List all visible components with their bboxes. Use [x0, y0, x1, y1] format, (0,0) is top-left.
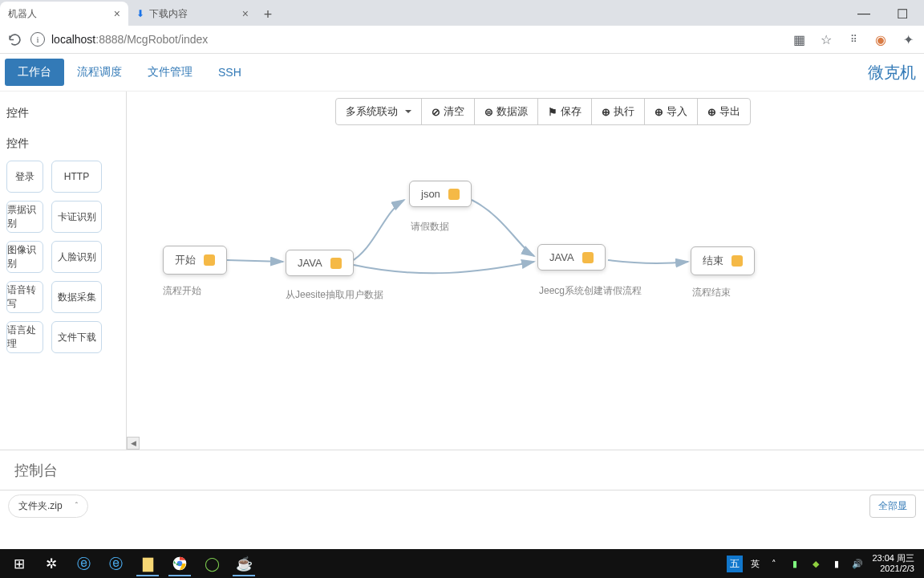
- browser-tab-active[interactable]: 机器人 ×: [0, 2, 128, 26]
- collapse-sidebar-button[interactable]: ◀: [127, 437, 140, 450]
- clock-date: 2021/2/3: [872, 564, 914, 574]
- tray-volume-icon[interactable]: 🔊: [851, 557, 864, 570]
- nav-workbench[interactable]: 工作台: [5, 59, 64, 86]
- browser-tab-strip: 机器人 × ⬇ 下载内容 × + — ☐: [0, 0, 924, 26]
- task-java[interactable]: ☕: [228, 551, 260, 576]
- console-panel: 控制台: [0, 450, 924, 490]
- node-port[interactable]: [732, 255, 743, 267]
- node-text: JAVA: [549, 251, 574, 263]
- task-edge[interactable]: ⓔ: [99, 551, 132, 576]
- tray-battery-icon[interactable]: ▮: [788, 557, 801, 570]
- site-info-icon[interactable]: i: [30, 32, 45, 47]
- node-end-label: 流程结束: [692, 286, 731, 299]
- multi-system-dropdown[interactable]: 多系统联动: [336, 99, 421, 124]
- palette-ticket-ocr[interactable]: 票据识别: [6, 201, 43, 233]
- nav-schedule[interactable]: 流程调度: [64, 59, 135, 86]
- node-end[interactable]: 结束: [691, 246, 755, 275]
- brand-text: 微克机: [868, 62, 916, 83]
- new-tab-button[interactable]: +: [257, 3, 279, 26]
- tray-network-icon[interactable]: ▮: [830, 557, 843, 570]
- node-text: json: [421, 188, 440, 200]
- import-button[interactable]: ⊕导入: [644, 99, 697, 124]
- task-app-2[interactable]: ◯: [196, 551, 228, 576]
- palette-face-rec[interactable]: 人脸识别: [51, 241, 102, 273]
- node-text: 开始: [175, 253, 196, 267]
- palette-nlp[interactable]: 语言处理: [6, 321, 43, 353]
- palette-login[interactable]: 登录: [6, 161, 43, 193]
- node-java2[interactable]: JAVA: [537, 244, 606, 271]
- datasource-icon: ⊜: [484, 106, 493, 118]
- download-item[interactable]: 文件夹.zip ˆ: [8, 495, 88, 518]
- taskbar-clock[interactable]: 23:04 周三 2021/2/3: [872, 553, 914, 574]
- workspace: 控件 控件 登录 HTTP 票据识别 卡证识别 图像识别 人脸识别 语音转写 数…: [0, 92, 924, 450]
- canvas-toolbar: 多系统联动 ⊘清空 ⊜数据源 ⚑保存 ⊕执行 ⊕导入 ⊕导出: [335, 98, 751, 125]
- bookmark-icon[interactable]: ☆: [818, 31, 834, 47]
- palette-download[interactable]: 文件下载: [51, 321, 102, 353]
- node-port[interactable]: [330, 258, 342, 269]
- clock-time: 23:04 周三: [872, 553, 914, 564]
- node-port[interactable]: [204, 254, 215, 266]
- start-button[interactable]: ⊞: [3, 551, 35, 576]
- nav-ssh[interactable]: SSH: [205, 59, 254, 85]
- download-shelf: 文件夹.zip ˆ 全部显: [0, 490, 924, 522]
- ime-indicator-2[interactable]: 英: [751, 558, 760, 570]
- console-title: 控制台: [14, 461, 58, 480]
- reload-button[interactable]: [5, 30, 24, 49]
- task-ie[interactable]: ⓔ: [67, 551, 99, 576]
- export-button[interactable]: ⊕导出: [697, 99, 750, 124]
- node-json-label: 请假数据: [411, 220, 449, 234]
- node-start[interactable]: 开始: [163, 246, 227, 275]
- execute-button[interactable]: ⊕执行: [591, 99, 644, 124]
- export-icon: ⊕: [707, 106, 716, 118]
- extensions-puzzle-icon[interactable]: ✦: [900, 31, 916, 47]
- close-icon[interactable]: ×: [242, 7, 249, 20]
- flow-connections: [127, 92, 924, 450]
- chevron-up-icon[interactable]: ˆ: [75, 502, 78, 511]
- task-chrome[interactable]: [164, 551, 196, 576]
- sidebar-heading-1: 控件: [6, 100, 120, 130]
- system-tray: 五 英 ˄ ▮ ◆ ▮ 🔊 23:04 周三 2021/2/3: [727, 553, 921, 574]
- ime-indicator-1[interactable]: 五: [727, 556, 743, 572]
- tab-title: 机器人: [8, 7, 37, 21]
- browser-tab-downloads[interactable]: ⬇ 下载内容 ×: [128, 2, 257, 26]
- download-icon: ⬇: [136, 8, 144, 19]
- save-button[interactable]: ⚑保存: [537, 99, 591, 124]
- flow-canvas[interactable]: 多系统联动 ⊘清空 ⊜数据源 ⚑保存 ⊕执行 ⊕导入 ⊕导出 开始: [127, 92, 924, 450]
- palette-speech[interactable]: 语音转写: [6, 281, 43, 313]
- task-explorer[interactable]: ▇: [132, 551, 164, 576]
- extension-icon[interactable]: ◉: [873, 31, 889, 47]
- tab-title: 下载内容: [149, 7, 188, 21]
- palette-http[interactable]: HTTP: [51, 161, 102, 193]
- download-filename: 文件夹.zip: [18, 499, 63, 513]
- datasource-button[interactable]: ⊜数据源: [474, 99, 537, 124]
- node-java1-label: 从Jeesite抽取用户数据: [286, 288, 383, 302]
- nav-files[interactable]: 文件管理: [135, 59, 205, 86]
- palette-scrape[interactable]: 数据采集: [51, 281, 102, 313]
- show-all-downloads-button[interactable]: 全部显: [869, 495, 916, 518]
- url-display[interactable]: localhost:8888/McgRobot/index: [51, 33, 784, 46]
- node-json[interactable]: json: [409, 181, 472, 207]
- window-controls: — ☐: [852, 2, 924, 26]
- task-app-1[interactable]: ✲: [35, 551, 67, 576]
- sidebar: 控件 控件 登录 HTTP 票据识别 卡证识别 图像识别 人脸识别 语音转写 数…: [0, 92, 127, 450]
- palette-card-ocr[interactable]: 卡证识别: [51, 201, 102, 233]
- node-port[interactable]: [582, 252, 594, 263]
- palette-image-rec[interactable]: 图像识别: [6, 241, 43, 273]
- sidebar-heading-2: 控件: [6, 130, 120, 161]
- maximize-button[interactable]: ☐: [890, 2, 914, 26]
- app-install-icon[interactable]: ▦: [791, 31, 807, 47]
- close-icon[interactable]: ×: [114, 7, 120, 20]
- tray-app-icon[interactable]: ◆: [809, 557, 822, 570]
- node-port[interactable]: [448, 189, 460, 200]
- translate-icon[interactable]: ⠿: [845, 31, 861, 47]
- app-top-nav: 工作台 流程调度 文件管理 SSH 微克机: [0, 54, 924, 92]
- url-host: localhost: [51, 33, 95, 46]
- execute-icon: ⊕: [602, 106, 610, 118]
- node-java1[interactable]: JAVA: [286, 250, 354, 276]
- clear-button[interactable]: ⊘清空: [421, 99, 474, 124]
- windows-taskbar: ⊞ ✲ ⓔ ⓔ ▇ ◯ ☕ 五 英 ˄ ▮ ◆ ▮ 🔊 23:04 周三 202…: [0, 549, 924, 578]
- minimize-button[interactable]: —: [852, 2, 876, 26]
- node-text: 结束: [703, 254, 723, 268]
- tray-up-icon[interactable]: ˄: [768, 557, 780, 570]
- palette: 登录 HTTP 票据识别 卡证识别 图像识别 人脸识别 语音转写 数据采集 语言…: [6, 161, 120, 353]
